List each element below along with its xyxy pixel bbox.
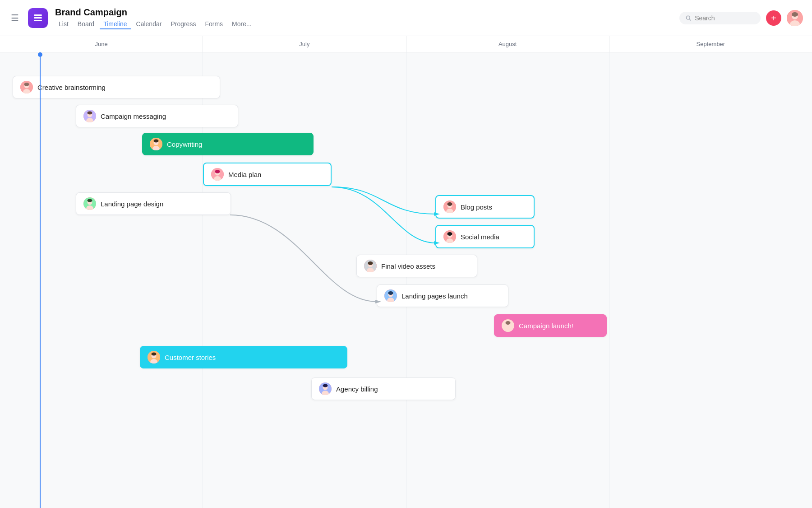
time-indicator bbox=[40, 52, 41, 508]
task-media-plan[interactable]: Media plan bbox=[203, 163, 332, 186]
svg-point-47 bbox=[388, 291, 393, 295]
task-blog-posts[interactable]: Blog posts bbox=[435, 195, 535, 219]
task-landing-launch[interactable]: Landing pages launch bbox=[377, 284, 508, 307]
task-label-social: Social media bbox=[461, 233, 499, 241]
grid-area: Creative brainstorming Campaign messagin… bbox=[0, 52, 812, 508]
task-landing-page-design[interactable]: Landing page design bbox=[76, 192, 231, 215]
svg-point-31 bbox=[88, 199, 92, 202]
nav-progress[interactable]: Progress bbox=[167, 19, 199, 29]
avatar-customer bbox=[148, 351, 160, 364]
months-row: June July August September bbox=[0, 36, 812, 52]
avatar-landing-launch bbox=[384, 289, 397, 302]
task-campaign-launch[interactable]: Campaign launch! bbox=[494, 314, 607, 337]
nav-forms[interactable]: Forms bbox=[201, 19, 226, 29]
svg-point-43 bbox=[368, 261, 373, 265]
search-box[interactable] bbox=[679, 12, 761, 24]
task-label-landing-design: Landing page design bbox=[101, 200, 163, 208]
svg-point-27 bbox=[215, 170, 220, 173]
avatar-messaging bbox=[83, 110, 96, 122]
avatar-social bbox=[443, 230, 456, 243]
task-label-creative: Creative brainstorming bbox=[37, 84, 106, 91]
grid-col-september bbox=[609, 52, 812, 508]
avatar-agency bbox=[319, 382, 332, 395]
avatar-media-plan bbox=[211, 168, 224, 181]
svg-rect-1 bbox=[34, 17, 42, 19]
search-input[interactable] bbox=[695, 14, 754, 22]
nav-timeline[interactable]: Timeline bbox=[100, 19, 130, 29]
avatar-creative bbox=[20, 81, 33, 93]
add-button[interactable]: + bbox=[766, 10, 781, 26]
task-label-media-plan: Media plan bbox=[228, 171, 261, 178]
svg-point-59 bbox=[323, 384, 328, 387]
header: ☰ Brand Campaign List Board Timeline Cal… bbox=[0, 0, 812, 36]
svg-line-4 bbox=[689, 19, 691, 20]
task-copywriting[interactable]: Copywriting bbox=[142, 133, 314, 155]
month-september: September bbox=[609, 36, 812, 52]
avatar-blog bbox=[443, 200, 456, 213]
svg-point-51 bbox=[506, 321, 511, 325]
task-agency-billing[interactable]: Agency billing bbox=[311, 378, 456, 400]
avatar-video bbox=[364, 260, 377, 272]
app-icon bbox=[28, 8, 48, 28]
task-label-launch: Campaign launch! bbox=[519, 322, 573, 330]
task-label-copywriting: Copywriting bbox=[167, 140, 202, 148]
hamburger-icon[interactable]: ☰ bbox=[9, 11, 21, 25]
task-social-media[interactable]: Social media bbox=[435, 225, 535, 248]
user-avatar[interactable] bbox=[787, 10, 803, 26]
nav-bar: List Board Timeline Calendar Progress Fo… bbox=[55, 19, 255, 29]
page-title: Brand Campaign bbox=[55, 7, 255, 18]
search-icon bbox=[686, 15, 691, 21]
svg-point-15 bbox=[24, 83, 29, 86]
task-label-agency: Agency billing bbox=[336, 385, 378, 393]
avatar-copywriting bbox=[150, 138, 162, 150]
task-label-customer: Customer stories bbox=[165, 354, 216, 361]
task-label-landing-launch: Landing pages launch bbox=[401, 292, 468, 300]
nav-calendar[interactable]: Calendar bbox=[133, 19, 166, 29]
task-final-video[interactable]: Final video assets bbox=[356, 255, 477, 277]
svg-point-55 bbox=[152, 353, 157, 356]
svg-point-35 bbox=[448, 202, 452, 206]
task-label-blog: Blog posts bbox=[461, 203, 492, 211]
nav-more[interactable]: More... bbox=[228, 19, 255, 29]
svg-point-39 bbox=[448, 232, 452, 236]
task-customer-stories[interactable]: Customer stories bbox=[140, 346, 347, 368]
task-label-video: Final video assets bbox=[381, 262, 435, 270]
avatar-campaign-launch bbox=[502, 319, 514, 332]
title-area: Brand Campaign List Board Timeline Calen… bbox=[55, 7, 255, 29]
svg-point-8 bbox=[792, 12, 798, 17]
avatar-landing-design bbox=[83, 197, 96, 210]
task-campaign-messaging[interactable]: Campaign messaging bbox=[76, 105, 238, 127]
svg-rect-0 bbox=[34, 14, 42, 16]
svg-point-19 bbox=[88, 112, 92, 115]
timeline-container: June July August September bbox=[0, 36, 812, 508]
nav-board[interactable]: Board bbox=[74, 19, 98, 29]
month-july: July bbox=[203, 36, 406, 52]
month-august: August bbox=[406, 36, 609, 52]
grid-col-august bbox=[406, 52, 609, 508]
svg-rect-2 bbox=[34, 20, 42, 21]
month-june: June bbox=[0, 36, 203, 52]
svg-point-23 bbox=[154, 140, 159, 143]
task-label-messaging: Campaign messaging bbox=[101, 112, 166, 120]
header-right: + bbox=[679, 10, 803, 26]
task-creative-brainstorming[interactable]: Creative brainstorming bbox=[13, 76, 220, 98]
nav-list[interactable]: List bbox=[55, 19, 72, 29]
